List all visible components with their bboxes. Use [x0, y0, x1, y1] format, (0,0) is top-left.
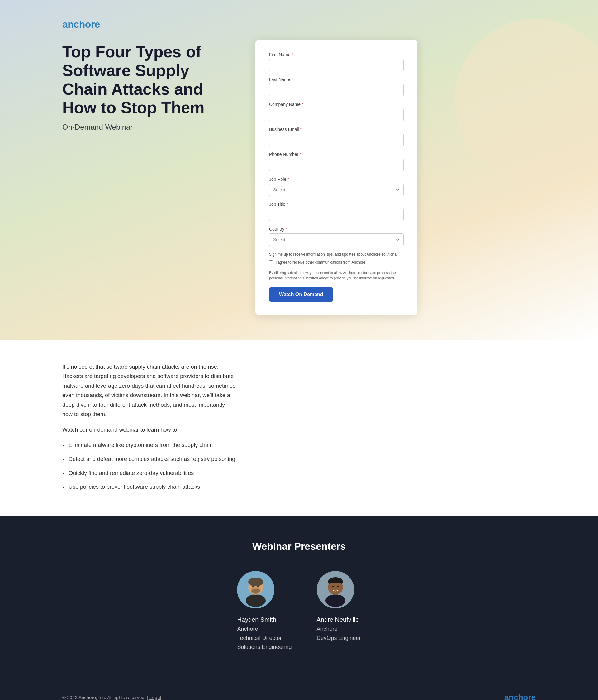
checkbox-label: I agree to receive other communications … — [276, 259, 366, 265]
presenter-name-andre: Andre Neufville — [317, 615, 359, 625]
business-email-group: Business Email * — [269, 127, 404, 146]
presenter-role-andre: DevOps Engineer — [317, 634, 361, 643]
country-select[interactable]: Select... United States United Kingdom C… — [269, 233, 404, 246]
job-title-label: Job Title * — [269, 202, 404, 207]
phone-number-label: Phone Number * — [269, 152, 404, 157]
phone-number-input[interactable] — [269, 159, 404, 171]
checkbox-row: I agree to receive other communications … — [269, 259, 404, 265]
consent-text: Sign me up to receive information, tips,… — [269, 251, 404, 257]
last-name-group: Last Name * — [269, 77, 404, 96]
list-item: Detect and defeat more complex attacks s… — [62, 452, 237, 466]
first-name-input[interactable] — [269, 59, 404, 71]
svg-point-5 — [252, 585, 254, 588]
footer-logo: anchore — [504, 693, 536, 700]
business-email-label: Business Email * — [269, 127, 404, 132]
job-title-input[interactable] — [269, 208, 404, 221]
consent-section: Sign me up to receive information, tips,… — [269, 251, 404, 265]
company-name-group: Company Name * — [269, 102, 404, 121]
page-subtitle: On-Demand Webinar — [62, 123, 231, 131]
job-title-group: Job Title * — [269, 202, 404, 221]
first-name-label: First Name * — [269, 52, 404, 57]
svg-point-7 — [251, 589, 260, 594]
legal-link[interactable]: Legal — [150, 695, 161, 700]
svg-point-15 — [337, 585, 339, 588]
svg-point-3 — [248, 577, 263, 586]
list-item: Quickly find and remediate zero-day vuln… — [62, 466, 237, 480]
hero-content: Top Four Types of Software Supply Chain … — [62, 43, 536, 316]
presenters-section: Webinar Presenters — [0, 516, 598, 682]
country-label: Country * — [269, 227, 404, 231]
avatar-andre — [317, 571, 354, 608]
svg-point-6 — [257, 585, 259, 588]
presenters-title: Webinar Presenters — [62, 541, 536, 552]
body-text-content: It's no secret that software supply chai… — [62, 362, 237, 494]
footer: © 2022 Anchore, Inc. All rights reserved… — [0, 683, 598, 700]
svg-point-14 — [332, 585, 334, 588]
body-section: It's no secret that software supply chai… — [0, 340, 598, 516]
company-name-input[interactable] — [269, 109, 404, 121]
consent-checkbox[interactable] — [269, 260, 273, 264]
watch-intro: Watch our on-demand webinar to learn how… — [62, 427, 237, 433]
job-role-label: Job Role * — [269, 177, 404, 182]
list-item: Use policies to prevent software supply … — [62, 480, 237, 494]
company-name-label: Company Name * — [269, 102, 404, 107]
list-item: Eliminate malware like cryptominers from… — [62, 438, 237, 452]
hero-left: Top Four Types of Software Supply Chain … — [62, 43, 231, 131]
registration-form-card: First Name * Last Name * Company Name * … — [255, 40, 417, 316]
last-name-input[interactable] — [269, 84, 404, 96]
footer-copyright: © 2022 Anchore, Inc. All rights reserved… — [62, 695, 161, 700]
phone-number-group: Phone Number * — [269, 152, 404, 171]
presenter-role-hayden: Technical Director — [237, 634, 282, 643]
intro-paragraph: It's no secret that software supply chai… — [62, 362, 237, 420]
presenter-card-andre: Andre Neufville Anchore DevOps Engineer — [317, 571, 361, 643]
logo-area: anchore — [62, 19, 536, 30]
last-name-label: Last Name * — [269, 77, 404, 82]
presenter-company-hayden: Anchore — [237, 625, 258, 634]
svg-point-9 — [326, 594, 345, 607]
bullet-list: Eliminate malware like cryptominers from… — [62, 438, 237, 494]
presenter-role2-hayden: Solutions Engineering — [237, 643, 291, 652]
job-role-group: Job Role * Select... Engineer Manager Di… — [269, 177, 404, 196]
avatar-hayden — [237, 571, 275, 608]
presenter-card-hayden: Hayden Smith Anchore Technical Director … — [237, 571, 291, 651]
legal-consent-text: By clicking submit below, you consent to… — [269, 270, 404, 281]
presenters-grid: Hayden Smith Anchore Technical Director … — [62, 571, 536, 651]
svg-point-1 — [246, 594, 266, 607]
page-title: Top Four Types of Software Supply Chain … — [62, 43, 231, 117]
presenter-company-andre: Anchore — [317, 625, 338, 634]
first-name-group: First Name * — [269, 52, 404, 71]
submit-button[interactable]: Watch On Demand — [269, 288, 333, 302]
svg-point-13 — [329, 577, 342, 583]
job-role-select[interactable]: Select... Engineer Manager Director Exec… — [269, 183, 404, 196]
country-group: Country * Select... United States United… — [269, 227, 404, 246]
site-logo: anchore — [62, 19, 100, 30]
hero-section: anchore Top Four Types of Software Suppl… — [0, 0, 598, 340]
business-email-input[interactable] — [269, 134, 404, 146]
presenter-name-hayden: Hayden Smith — [237, 615, 276, 625]
